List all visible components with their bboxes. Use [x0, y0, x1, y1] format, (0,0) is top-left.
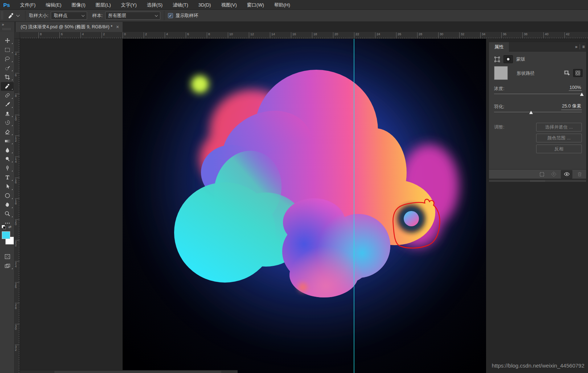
- add-pixel-mask-icon[interactable]: [564, 69, 570, 76]
- h-ruler-label: 12: [249, 32, 254, 39]
- horizontal-ruler[interactable]: 8642024681012141618202224262830323436384…: [20, 32, 588, 39]
- mask-visibility-eye-icon[interactable]: [561, 170, 572, 179]
- mask-thumbnail[interactable]: [494, 66, 508, 80]
- menu-item-8[interactable]: 3D(D): [193, 0, 216, 10]
- density-value[interactable]: 100%: [569, 85, 582, 91]
- ruler-origin-corner[interactable]: [15, 32, 20, 39]
- zoom-tool[interactable]: [1, 210, 14, 218]
- rectangular-marquee-tool[interactable]: [1, 45, 14, 54]
- h-ruler-label: 8: [207, 32, 210, 39]
- menu-item-5[interactable]: 文字(Y): [116, 0, 141, 10]
- path-selection-tool[interactable]: [1, 182, 14, 191]
- pen-tool-icon: [4, 165, 11, 171]
- h-ruler-label: 6: [186, 32, 189, 39]
- menu-item-10[interactable]: 窗口(W): [242, 0, 269, 10]
- gradient-tool[interactable]: [1, 137, 14, 145]
- menu-item-11[interactable]: 帮助(H): [269, 0, 295, 10]
- eyedropper-icon: [8, 12, 15, 19]
- flyout-indicator: [12, 116, 13, 117]
- apply-mask-icon[interactable]: [549, 170, 558, 179]
- hand-tool-icon: [4, 202, 11, 208]
- select-pixel-mask-icon[interactable]: [494, 56, 500, 62]
- density-slider-thumb[interactable]: [580, 93, 584, 96]
- sample-dropdown[interactable]: 所有图层: [105, 12, 160, 20]
- flyout-indicator: [12, 216, 13, 217]
- ellipse-tool-icon: [4, 192, 11, 199]
- current-tool-button[interactable]: [8, 12, 19, 19]
- feather-value[interactable]: 25.0 像素: [561, 103, 582, 110]
- annotated-circle: [398, 205, 425, 232]
- menu-item-1[interactable]: 文件(F): [15, 0, 41, 10]
- photoshop-logo: Ps: [3, 2, 10, 8]
- pen-tool[interactable]: [1, 164, 14, 173]
- invert-button[interactable]: 反相: [536, 145, 582, 153]
- eyedropper-tool-icon: [4, 83, 11, 89]
- eraser-tool[interactable]: [1, 127, 14, 136]
- vector-mask-badge-icon[interactable]: [573, 69, 583, 77]
- feather-slider-thumb[interactable]: [529, 111, 533, 114]
- dodge-tool[interactable]: [1, 155, 14, 163]
- canvas-area: [20, 39, 486, 373]
- feather-slider[interactable]: [494, 112, 582, 112]
- v-ruler-label: 1 0: [15, 115, 20, 121]
- h-ruler-label: 2: [102, 32, 105, 39]
- separator: [164, 11, 164, 20]
- ellipse-tool[interactable]: [1, 191, 14, 200]
- foreground-color-swatch[interactable]: [2, 231, 10, 239]
- show-sampling-ring-checkbox[interactable]: ✓: [168, 13, 173, 18]
- document-tab[interactable]: (C) 流体渐变4.psd @ 50% (椭圆 9, RGB/8#) * ×: [16, 22, 123, 32]
- load-mask-selection-icon[interactable]: [538, 170, 546, 179]
- crop-tool[interactable]: [1, 73, 14, 81]
- toolbar-collapse-icon[interactable]: »: [2, 22, 4, 27]
- h-ruler-label: 0: [123, 32, 126, 39]
- eyedropper-tool[interactable]: [1, 82, 14, 91]
- tab-properties[interactable]: 属性: [489, 42, 509, 52]
- brush-tool[interactable]: [1, 100, 14, 109]
- hand-tool[interactable]: [1, 200, 14, 209]
- menu-item-7[interactable]: 滤镜(T): [168, 0, 193, 10]
- menu-item-4[interactable]: 图层(L): [91, 0, 116, 10]
- document-canvas[interactable]: [123, 39, 486, 373]
- blur-tool[interactable]: [1, 146, 14, 154]
- toolbar-grip[interactable]: [3, 28, 11, 30]
- sample-size-label: 取样大小:: [29, 13, 48, 19]
- menu-item-3[interactable]: 图像(I): [66, 0, 90, 10]
- flyout-indicator: [12, 152, 13, 153]
- panel-bottom-bar: [489, 169, 586, 179]
- h-ruler-label: 6: [59, 32, 63, 39]
- type-tool[interactable]: [1, 173, 14, 182]
- move-tool[interactable]: [1, 36, 14, 45]
- flyout-indicator: [12, 125, 13, 126]
- panel-resize-grip[interactable]: [489, 180, 587, 182]
- menu-items: 文件(F)编辑(E)图像(I)图层(L)文字(Y)选择(S)滤镜(T)3D(D)…: [15, 0, 295, 10]
- select-vector-mask-icon[interactable]: [503, 55, 513, 63]
- panel-collapse-icon[interactable]: »: [575, 44, 577, 49]
- screen-mode-button[interactable]: [1, 261, 14, 270]
- quick-selection-tool[interactable]: [1, 64, 14, 72]
- vertical-ruler[interactable]: 4681 01 21 41 61 82 02 22 42 62 83 03 2: [15, 39, 20, 373]
- options-bar-grip[interactable]: [1, 11, 3, 20]
- swap-colors-icon[interactable]: ⇄: [8, 225, 11, 229]
- h-ruler-label: 10: [228, 32, 233, 39]
- clone-stamp-tool[interactable]: [1, 109, 14, 118]
- lasso-tool[interactable]: [1, 54, 14, 63]
- color-range-button[interactable]: 颜色范围 ...: [536, 134, 582, 142]
- menu-item-6[interactable]: 选择(S): [142, 0, 168, 10]
- quick-selection-tool-icon: [4, 65, 11, 71]
- menu-item-2[interactable]: 编辑(E): [41, 0, 66, 10]
- history-brush-tool[interactable]: [1, 118, 14, 127]
- menu-item-9[interactable]: 视图(V): [216, 0, 242, 10]
- delete-mask-trash-icon[interactable]: [575, 170, 584, 179]
- close-tab-icon[interactable]: ×: [116, 25, 119, 29]
- status-bar-field: [54, 371, 221, 373]
- sample-size-dropdown[interactable]: 取样点: [51, 12, 87, 20]
- density-slider[interactable]: [494, 94, 582, 94]
- document-tab-bar: » (C) 流体渐变4.psd @ 50% (椭圆 9, RGB/8#) * ×: [0, 22, 588, 32]
- spot-healing-brush-tool[interactable]: [1, 91, 14, 100]
- photoshop-window: Ps 文件(F)编辑(E)图像(I)图层(L)文字(Y)选择(S)滤镜(T)3D…: [0, 0, 588, 373]
- flyout-indicator: [12, 143, 13, 144]
- v-ruler-label: 1 2: [15, 135, 20, 142]
- panel-menu-icon[interactable]: ≡: [582, 44, 585, 49]
- select-and-mask-button[interactable]: 选择并遮住 ...: [536, 123, 582, 131]
- quick-mask-mode-button[interactable]: [1, 252, 14, 261]
